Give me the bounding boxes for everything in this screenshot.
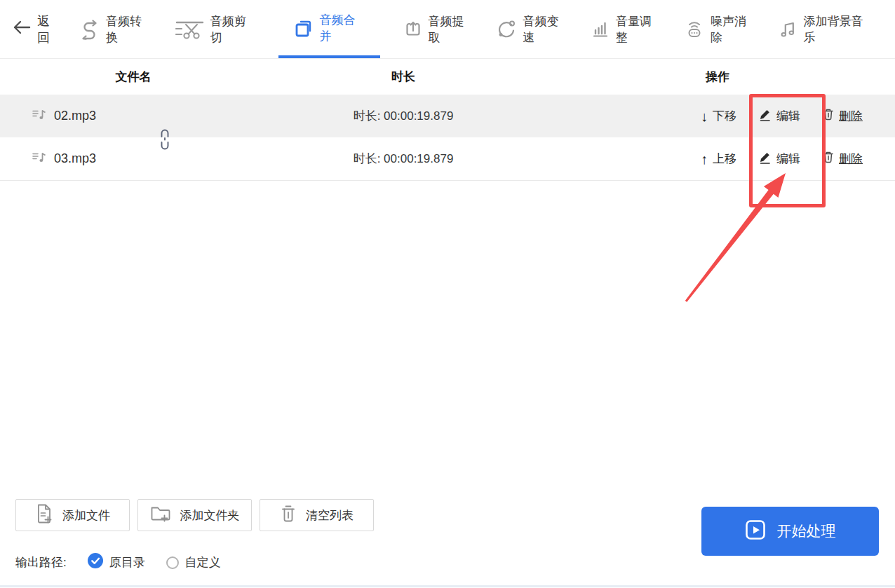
table-row: 03.mp3 时长: 00:00:19.879 ↑ 上移 编辑 删除	[0, 137, 895, 181]
window-bottom-edge	[0, 585, 895, 587]
add-folder-label: 添加文件夹	[180, 507, 240, 524]
tab-audio-convert[interactable]: 音频转换	[79, 0, 151, 58]
tab-label: 音频提取	[429, 13, 473, 46]
edit-label: 编辑	[776, 108, 800, 124]
music-file-icon	[32, 109, 48, 124]
start-processing-label: 开始处理	[777, 521, 836, 541]
play-icon	[745, 519, 766, 544]
table-header: 文件名 时长 操作	[0, 59, 895, 95]
col-header-actions: 操作	[706, 69, 729, 85]
delete-label: 删除	[839, 108, 863, 124]
duration-cell: 时长: 00:00:19.879	[354, 151, 454, 167]
move-down-button[interactable]: ↓ 下移	[701, 108, 736, 124]
edit-button[interactable]: 编辑	[759, 151, 800, 167]
pencil-icon	[759, 151, 772, 167]
merge-icon	[294, 18, 314, 38]
convert-icon	[79, 19, 100, 40]
tab-label: 音频转换	[106, 13, 151, 46]
col-header-duration: 时长	[391, 69, 415, 85]
file-name: 03.mp3	[54, 151, 96, 166]
radio-original-directory[interactable]: 原目录	[88, 553, 145, 572]
pencil-icon	[759, 108, 772, 125]
radio-original-label: 原目录	[109, 554, 145, 570]
music-file-icon	[32, 151, 48, 167]
bg-music-icon	[779, 20, 798, 39]
extract-icon	[404, 20, 422, 39]
tab-audio-extract[interactable]: 音频提取	[404, 0, 473, 58]
arrow-down-icon: ↓	[701, 109, 708, 123]
duration-cell: 时长: 00:00:19.879	[354, 108, 454, 124]
merge-link-icon	[159, 125, 171, 153]
delete-label: 删除	[839, 151, 863, 167]
volume-bars-icon	[591, 20, 610, 39]
edit-label: 编辑	[776, 151, 800, 167]
back-arrow-icon	[13, 20, 31, 39]
delete-button[interactable]: 删除	[823, 151, 863, 167]
col-header-filename: 文件名	[116, 69, 152, 85]
folder-plus-icon	[150, 505, 171, 526]
add-file-label: 添加文件	[62, 507, 110, 524]
move-up-label: 上移	[713, 151, 736, 167]
back-label: 返回	[37, 13, 60, 46]
trash-icon	[823, 151, 834, 167]
output-path-label: 输出路径:	[15, 554, 67, 570]
tab-audio-cut[interactable]: 音频剪切	[175, 0, 255, 58]
annotation-arrow	[666, 163, 807, 310]
tab-label: 音频合并	[320, 12, 365, 44]
file-name: 02.mp3	[54, 109, 96, 123]
footer-buttons: 添加文件 添加文件夹 清空列表	[15, 499, 374, 531]
tab-label: 添加背景音乐	[804, 13, 871, 46]
add-file-button[interactable]: 添加文件	[15, 499, 130, 531]
file-name-cell: 03.mp3	[0, 151, 267, 167]
output-path-row: 输出路径: 原目录 自定义	[15, 553, 221, 572]
actions-cell: ↓ 下移 编辑 删除	[540, 108, 895, 125]
radio-unchecked-icon	[166, 556, 179, 569]
file-plus-icon	[35, 503, 53, 528]
tab-label: 音频变速	[523, 13, 567, 46]
speed-icon	[497, 20, 516, 39]
radio-checked-icon	[88, 553, 103, 572]
trash-icon	[823, 108, 834, 124]
tab-label: 音频剪切	[210, 13, 255, 46]
tab-label: 音量调整	[616, 13, 661, 46]
arrow-up-icon: ↑	[701, 152, 708, 166]
radio-custom-directory[interactable]: 自定义	[166, 554, 221, 570]
delete-button[interactable]: 删除	[823, 108, 863, 124]
back-button[interactable]: 返回	[13, 0, 60, 58]
top-toolbar: 返回 音频转换 音频剪切 音频合并 音频提取	[0, 0, 895, 59]
tab-audio-speed[interactable]: 音频变速	[497, 0, 567, 58]
actions-cell: ↑ 上移 编辑 删除	[540, 151, 895, 167]
start-processing-button[interactable]: 开始处理	[701, 507, 879, 556]
file-name-cell: 02.mp3	[0, 109, 267, 124]
clear-list-label: 清空列表	[306, 507, 354, 524]
move-up-button[interactable]: ↑ 上移	[701, 151, 736, 167]
tab-audio-merge[interactable]: 音频合并	[278, 0, 380, 58]
add-folder-button[interactable]: 添加文件夹	[137, 499, 252, 531]
audio-tool-window: 返回 音频转换 音频剪切 音频合并 音频提取	[0, 0, 895, 588]
noise-icon	[685, 20, 704, 39]
tab-add-bg-music[interactable]: 添加背景音乐	[779, 0, 871, 58]
scissors-icon	[175, 19, 204, 40]
tab-noise-removal[interactable]: 噪声消除	[685, 0, 755, 58]
radio-custom-label: 自定义	[185, 554, 221, 570]
tab-label: 噪声消除	[711, 13, 755, 46]
edit-button[interactable]: 编辑	[759, 108, 800, 125]
move-down-label: 下移	[713, 108, 736, 124]
clear-list-button[interactable]: 清空列表	[260, 499, 374, 531]
table-row: 02.mp3 时长: 00:00:19.879 ↓ 下移 编辑 删除	[0, 95, 895, 137]
trash-large-icon	[280, 504, 297, 527]
tab-volume-adjust[interactable]: 音量调整	[591, 0, 661, 58]
